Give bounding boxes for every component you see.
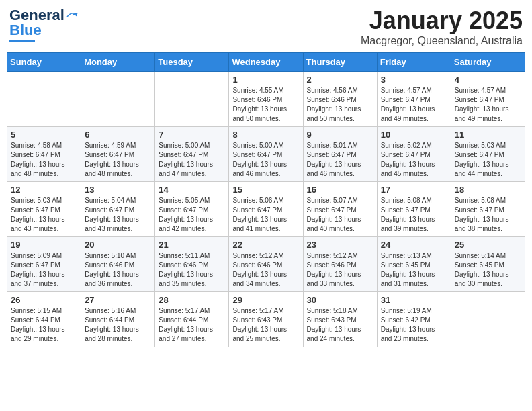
day-number: 1 <box>232 75 299 85</box>
location: Macgregor, Queensland, Australia <box>361 35 523 47</box>
calendar-cell: 13Sunrise: 5:04 AMSunset: 6:47 PMDayligh… <box>81 182 155 237</box>
day-info: Sunrise: 5:18 AMSunset: 6:43 PMDaylight:… <box>307 306 373 344</box>
calendar-cell: 23Sunrise: 5:12 AMSunset: 6:46 PMDayligh… <box>303 237 377 292</box>
col-header-tuesday: Tuesday <box>155 53 229 72</box>
calendar-cell: 12Sunrise: 5:03 AMSunset: 6:47 PMDayligh… <box>7 182 81 237</box>
day-info: Sunrise: 4:57 AMSunset: 6:47 PMDaylight:… <box>381 86 447 124</box>
day-info: Sunrise: 4:59 AMSunset: 6:47 PMDaylight:… <box>85 141 151 179</box>
logo-underline <box>9 40 35 42</box>
calendar-cell: 6Sunrise: 4:59 AMSunset: 6:47 PMDaylight… <box>81 127 155 182</box>
day-info: Sunrise: 5:01 AMSunset: 6:47 PMDaylight:… <box>307 141 373 179</box>
calendar-cell: 10Sunrise: 5:02 AMSunset: 6:47 PMDayligh… <box>377 127 451 182</box>
day-number: 8 <box>232 130 299 140</box>
day-number: 26 <box>11 295 77 305</box>
day-number: 2 <box>307 75 373 85</box>
day-number: 13 <box>85 185 151 195</box>
day-info: Sunrise: 5:09 AMSunset: 6:47 PMDaylight:… <box>11 251 77 289</box>
month-title: January 2025 <box>361 7 523 35</box>
calendar-table: SundayMondayTuesdayWednesdayThursdayFrid… <box>7 52 525 347</box>
day-info: Sunrise: 4:56 AMSunset: 6:46 PMDaylight:… <box>307 86 373 124</box>
calendar-cell: 24Sunrise: 5:13 AMSunset: 6:45 PMDayligh… <box>377 237 451 292</box>
day-info: Sunrise: 5:06 AMSunset: 6:47 PMDaylight:… <box>232 196 299 234</box>
logo: General Blue <box>9 7 78 42</box>
day-number: 3 <box>381 75 447 85</box>
calendar-cell: 22Sunrise: 5:12 AMSunset: 6:46 PMDayligh… <box>229 237 303 292</box>
calendar-cell: 19Sunrise: 5:09 AMSunset: 6:47 PMDayligh… <box>7 237 81 292</box>
calendar-cell: 4Sunrise: 4:57 AMSunset: 6:47 PMDaylight… <box>451 72 525 127</box>
day-number: 29 <box>232 295 299 305</box>
day-info: Sunrise: 5:07 AMSunset: 6:47 PMDaylight:… <box>307 196 373 234</box>
day-info: Sunrise: 4:57 AMSunset: 6:47 PMDaylight:… <box>455 86 521 124</box>
calendar-cell: 28Sunrise: 5:17 AMSunset: 6:44 PMDayligh… <box>155 292 229 347</box>
day-number: 10 <box>381 130 447 140</box>
day-number: 15 <box>232 185 299 195</box>
calendar-cell: 20Sunrise: 5:10 AMSunset: 6:46 PMDayligh… <box>81 237 155 292</box>
calendar-cell: 8Sunrise: 5:00 AMSunset: 6:47 PMDaylight… <box>229 127 303 182</box>
day-number: 18 <box>455 185 521 195</box>
col-header-thursday: Thursday <box>303 53 377 72</box>
col-header-saturday: Saturday <box>451 53 525 72</box>
calendar-cell: 14Sunrise: 5:05 AMSunset: 6:47 PMDayligh… <box>155 182 229 237</box>
page-header: General Blue January 2025 Macgregor, Que… <box>7 7 525 47</box>
day-number: 25 <box>455 240 521 250</box>
calendar-cell <box>155 72 229 127</box>
calendar-cell: 26Sunrise: 5:15 AMSunset: 6:44 PMDayligh… <box>7 292 81 347</box>
calendar-cell: 17Sunrise: 5:08 AMSunset: 6:47 PMDayligh… <box>377 182 451 237</box>
calendar-cell: 3Sunrise: 4:57 AMSunset: 6:47 PMDaylight… <box>377 72 451 127</box>
calendar-week-row: 26Sunrise: 5:15 AMSunset: 6:44 PMDayligh… <box>7 292 525 347</box>
day-number: 12 <box>11 185 77 195</box>
calendar-cell: 15Sunrise: 5:06 AMSunset: 6:47 PMDayligh… <box>229 182 303 237</box>
day-info: Sunrise: 5:08 AMSunset: 6:47 PMDaylight:… <box>455 196 521 234</box>
day-number: 11 <box>455 130 521 140</box>
logo-bird-icon <box>66 10 78 21</box>
day-info: Sunrise: 5:14 AMSunset: 6:45 PMDaylight:… <box>455 251 521 289</box>
day-info: Sunrise: 5:17 AMSunset: 6:44 PMDaylight:… <box>159 306 225 344</box>
calendar-cell: 7Sunrise: 5:00 AMSunset: 6:47 PMDaylight… <box>155 127 229 182</box>
day-number: 21 <box>159 240 225 250</box>
day-info: Sunrise: 5:15 AMSunset: 6:44 PMDaylight:… <box>11 306 77 344</box>
calendar-cell: 18Sunrise: 5:08 AMSunset: 6:47 PMDayligh… <box>451 182 525 237</box>
day-info: Sunrise: 5:13 AMSunset: 6:45 PMDaylight:… <box>381 251 447 289</box>
calendar-cell <box>451 292 525 347</box>
day-number: 24 <box>381 240 447 250</box>
day-number: 23 <box>307 240 373 250</box>
col-header-wednesday: Wednesday <box>229 53 303 72</box>
calendar-week-row: 12Sunrise: 5:03 AMSunset: 6:47 PMDayligh… <box>7 182 525 237</box>
calendar-week-row: 5Sunrise: 4:58 AMSunset: 6:47 PMDaylight… <box>7 127 525 182</box>
calendar-header-row: SundayMondayTuesdayWednesdayThursdayFrid… <box>7 53 525 72</box>
calendar-cell: 16Sunrise: 5:07 AMSunset: 6:47 PMDayligh… <box>303 182 377 237</box>
day-info: Sunrise: 5:00 AMSunset: 6:47 PMDaylight:… <box>232 141 299 179</box>
day-number: 14 <box>159 185 225 195</box>
day-info: Sunrise: 5:10 AMSunset: 6:46 PMDaylight:… <box>85 251 151 289</box>
calendar-cell: 9Sunrise: 5:01 AMSunset: 6:47 PMDaylight… <box>303 127 377 182</box>
calendar-cell: 27Sunrise: 5:16 AMSunset: 6:44 PMDayligh… <box>81 292 155 347</box>
col-header-monday: Monday <box>81 53 155 72</box>
calendar-cell: 11Sunrise: 5:03 AMSunset: 6:47 PMDayligh… <box>451 127 525 182</box>
day-info: Sunrise: 5:12 AMSunset: 6:46 PMDaylight:… <box>232 251 299 289</box>
calendar-cell: 31Sunrise: 5:19 AMSunset: 6:42 PMDayligh… <box>377 292 451 347</box>
title-block: January 2025 Macgregor, Queensland, Aust… <box>361 7 523 47</box>
day-number: 7 <box>159 130 225 140</box>
calendar-cell: 5Sunrise: 4:58 AMSunset: 6:47 PMDaylight… <box>7 127 81 182</box>
calendar-week-row: 19Sunrise: 5:09 AMSunset: 6:47 PMDayligh… <box>7 237 525 292</box>
day-info: Sunrise: 5:08 AMSunset: 6:47 PMDaylight:… <box>381 196 447 234</box>
day-number: 9 <box>307 130 373 140</box>
day-number: 22 <box>232 240 299 250</box>
day-info: Sunrise: 5:17 AMSunset: 6:43 PMDaylight:… <box>232 306 299 344</box>
day-info: Sunrise: 5:00 AMSunset: 6:47 PMDaylight:… <box>159 141 225 179</box>
day-number: 27 <box>85 295 151 305</box>
day-number: 5 <box>11 130 77 140</box>
day-number: 17 <box>381 185 447 195</box>
col-header-friday: Friday <box>377 53 451 72</box>
day-info: Sunrise: 5:12 AMSunset: 6:46 PMDaylight:… <box>307 251 373 289</box>
calendar-cell: 25Sunrise: 5:14 AMSunset: 6:45 PMDayligh… <box>451 237 525 292</box>
day-info: Sunrise: 4:55 AMSunset: 6:46 PMDaylight:… <box>232 86 299 124</box>
day-info: Sunrise: 5:03 AMSunset: 6:47 PMDaylight:… <box>455 141 521 179</box>
calendar-cell <box>81 72 155 127</box>
calendar-cell: 30Sunrise: 5:18 AMSunset: 6:43 PMDayligh… <box>303 292 377 347</box>
day-info: Sunrise: 5:16 AMSunset: 6:44 PMDaylight:… <box>85 306 151 344</box>
day-number: 19 <box>11 240 77 250</box>
calendar-week-row: 1Sunrise: 4:55 AMSunset: 6:46 PMDaylight… <box>7 72 525 127</box>
day-number: 31 <box>381 295 447 305</box>
day-info: Sunrise: 5:03 AMSunset: 6:47 PMDaylight:… <box>11 196 77 234</box>
